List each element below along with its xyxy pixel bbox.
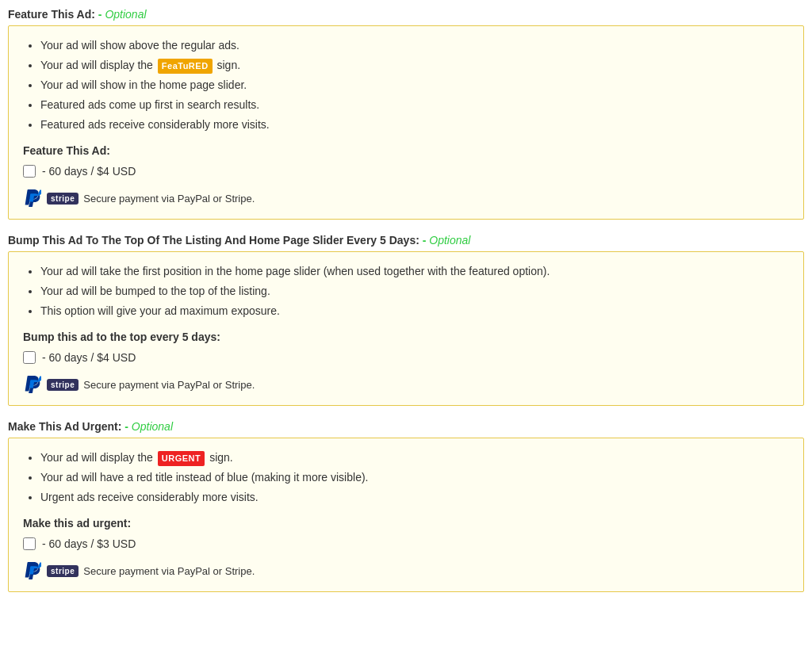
section3-title: Make This Ad Urgent: <box>8 420 121 433</box>
section3-header: Make This Ad Urgent: - Optional <box>8 420 804 433</box>
section1-payment-row: stripe Secure payment via PayPal or Stri… <box>23 189 789 208</box>
featured-badge: FeaTuRED <box>158 59 213 74</box>
section1-box: Your ad will show above the regular ads.… <box>8 25 804 220</box>
section3-box: Your ad will display the URGENT sign. Yo… <box>8 438 804 592</box>
section1-bullet-5: Featured ads receive considerably more v… <box>40 117 789 133</box>
section3: Make This Ad Urgent: - Optional Your ad … <box>8 420 804 592</box>
section2-optional: Optional <box>429 234 470 247</box>
section1-sublabel: Feature This Ad: <box>23 144 789 157</box>
section3-bullet-1: Your ad will display the URGENT sign. <box>40 449 789 466</box>
paypal-icon-2 <box>23 375 42 394</box>
section1-bullet-2: Your ad will display the FeaTuRED sign. <box>40 57 789 74</box>
section1-optional: Optional <box>105 8 146 21</box>
section3-checkbox[interactable] <box>23 537 36 550</box>
section1: Feature This Ad: - Optional Your ad will… <box>8 8 804 220</box>
section2-header: Bump This Ad To The Top Of The Listing A… <box>8 234 804 247</box>
paypal-icon-3 <box>23 561 42 580</box>
section1-checkbox-label: - 60 days / $4 USD <box>42 165 136 178</box>
section3-payment-row: stripe Secure payment via PayPal or Stri… <box>23 561 789 580</box>
section1-checkbox-row: - 60 days / $4 USD <box>23 165 789 178</box>
section2-bullet-1: Your ad will take the first position in … <box>40 263 789 280</box>
section3-bullet-2: Your ad will have a red title instead of… <box>40 469 789 486</box>
section2-bullet-3: This option will give your ad maximum ex… <box>40 303 789 319</box>
section2-box: Your ad will take the first position in … <box>8 251 804 406</box>
section2-payment-text: Secure payment via PayPal or Stripe. <box>83 379 255 391</box>
section1-title: Feature This Ad: <box>8 8 95 21</box>
section3-bullets: Your ad will display the URGENT sign. Yo… <box>23 449 789 506</box>
section3-bullet-3: Urgent ads receive considerably more vis… <box>40 489 789 506</box>
section3-checkbox-label: - 60 days / $3 USD <box>42 537 136 550</box>
section3-checkbox-row: - 60 days / $3 USD <box>23 537 789 550</box>
paypal-icon <box>23 189 42 208</box>
section2-checkbox[interactable] <box>23 351 36 364</box>
section1-bullet-1: Your ad will show above the regular ads. <box>40 37 789 54</box>
section2-checkbox-label: - 60 days / $4 USD <box>42 351 136 364</box>
section2-checkbox-row: - 60 days / $4 USD <box>23 351 789 364</box>
section1-checkbox[interactable] <box>23 165 36 178</box>
section1-bullet-4: Featured ads come up first in search res… <box>40 97 789 113</box>
section2: Bump This Ad To The Top Of The Listing A… <box>8 234 804 406</box>
section1-bullets: Your ad will show above the regular ads.… <box>23 37 789 133</box>
section3-payment-text: Secure payment via PayPal or Stripe. <box>83 565 255 577</box>
section2-bullet-2: Your ad will be bumped to the top of the… <box>40 283 789 300</box>
stripe-badge-1: stripe <box>47 193 79 205</box>
section3-optional: Optional <box>132 420 173 433</box>
section3-sublabel: Make this ad urgent: <box>23 517 789 530</box>
section2-bullets: Your ad will take the first position in … <box>23 263 789 319</box>
stripe-badge-3: stripe <box>47 565 79 577</box>
stripe-badge-2: stripe <box>47 379 79 391</box>
section1-bullet-3: Your ad will show in the home page slide… <box>40 77 789 94</box>
section2-title: Bump This Ad To The Top Of The Listing A… <box>8 234 419 247</box>
section1-header: Feature This Ad: - Optional <box>8 8 804 21</box>
section2-payment-row: stripe Secure payment via PayPal or Stri… <box>23 375 789 394</box>
section2-sublabel: Bump this ad to the top every 5 days: <box>23 331 789 343</box>
section1-payment-text: Secure payment via PayPal or Stripe. <box>83 193 255 205</box>
urgent-badge: URGENT <box>158 451 205 466</box>
